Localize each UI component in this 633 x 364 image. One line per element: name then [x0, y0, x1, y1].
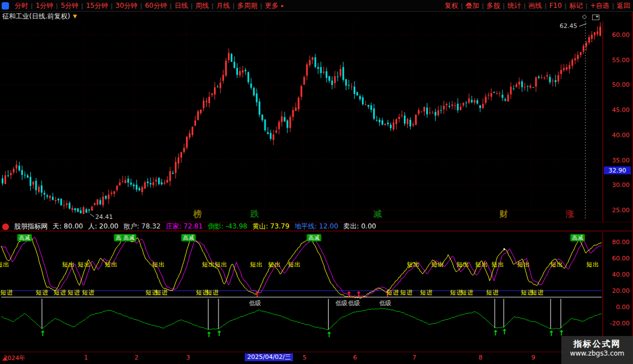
chart-titlebar[interactable]: 征和工业(日线.前复权) ▼	[2, 12, 77, 21]
svg-text:↑: ↑	[346, 290, 352, 298]
menu-item-right-4[interactable]: 画线	[525, 1, 544, 11]
menu-item-left-7[interactable]: 周线	[193, 1, 212, 11]
main-price-chart[interactable]: 60.0055.0050.0045.0040.0035.0030.0025.00…	[0, 21, 633, 222]
svg-text:短出: 短出	[152, 261, 165, 268]
menu-item-right-8[interactable]: 返回	[614, 1, 633, 11]
time-axis-label-8: 9	[532, 354, 536, 361]
svg-text:跌: 跌	[250, 209, 259, 219]
svg-text:25.00: 25.00	[612, 207, 630, 214]
svg-text:↑: ↑	[356, 290, 362, 298]
svg-text:↑: ↑	[40, 329, 46, 338]
menu-item-left-5[interactable]: 60分钟	[142, 1, 170, 11]
svg-text:高减: 高减	[309, 235, 320, 241]
svg-text:↑: ↑	[216, 329, 222, 338]
svg-text:↑: ↑	[548, 329, 555, 338]
svg-text:62.45: 62.45	[560, 22, 578, 30]
time-axis-label-4: 5	[302, 354, 306, 361]
menu-item-right-7[interactable]: +自选	[588, 1, 612, 11]
svg-text:高减: 高减	[572, 235, 583, 241]
axis-marker-icon	[2, 357, 8, 361]
svg-text:短出: 短出	[551, 261, 563, 268]
time-axis-label-7: 8	[478, 354, 482, 361]
svg-text:高减: 高减	[183, 235, 194, 241]
svg-text:短进: 短进	[461, 289, 473, 296]
time-axis-label-3: 3	[186, 354, 190, 361]
svg-text:短出: 短出	[518, 261, 530, 268]
menubar: 分时|1分钟|5分钟|15分钟|30分钟|60分钟|日线|周线|月线|多周期|更…	[0, 0, 633, 12]
svg-text:财: 财	[499, 209, 508, 219]
time-axis-label-6: 7	[412, 354, 416, 361]
svg-text:低吸: 低吸	[249, 300, 261, 307]
chevron-down-icon[interactable]: ▼	[73, 13, 77, 19]
candles-layer	[2, 22, 601, 214]
menu-item-left-2[interactable]: 5分钟	[58, 1, 81, 11]
indicator-header: 股朋指标网 天: 80.00人: 20.00散户: 78.32庄家: 72.81…	[0, 222, 633, 231]
svg-text:短进: 短进	[531, 289, 543, 296]
svg-text:↑: ↑	[326, 330, 332, 339]
svg-text:涨: 涨	[565, 209, 575, 219]
svg-text:短进: 短进	[68, 289, 80, 296]
menu-item-left-1[interactable]: 1分钟	[32, 1, 56, 11]
more-arrow-icon: ▸	[281, 3, 286, 8]
indicator-icon[interactable]	[2, 223, 9, 230]
menu-item-right-3[interactable]: 统计	[505, 1, 524, 11]
app-window: 分时|1分钟|5分钟|15分钟|30分钟|60分钟|日线|周线|月线|多周期|更…	[0, 0, 633, 364]
svg-text:短出: 短出	[105, 261, 117, 268]
svg-text:减: 减	[374, 209, 382, 219]
menu-item-left-6[interactable]: 日线	[171, 1, 190, 11]
watermark-title: 指标公式网	[561, 339, 633, 349]
svg-text:短出: 短出	[250, 261, 263, 268]
app-logo-icon[interactable]	[2, 2, 9, 10]
menu-item-left-8[interactable]: 月线	[213, 1, 232, 11]
menu-item-left-4[interactable]: 30分钟	[113, 1, 140, 11]
main-grid: 60.0055.0050.0045.0040.0035.0030.0025.00	[1, 21, 630, 218]
svg-text:短进: 短进	[486, 289, 499, 296]
indicator-chart[interactable]: 80.0060.0040.0020.000.00-20.00↑↑↑↑↑↑↑↑↑↑…	[0, 232, 633, 352]
svg-text:短出: 短出	[476, 261, 488, 268]
svg-text:40.00: 40.00	[612, 271, 630, 278]
menu-item-right-2[interactable]: 多股	[484, 1, 503, 11]
svg-text:0.00: 0.00	[616, 304, 630, 311]
svg-text:短出: 短出	[268, 261, 281, 268]
diamond-marker-icon: ◇	[582, 13, 587, 20]
svg-text:短出: 短出	[62, 261, 75, 268]
menu-right: 复权|叠加|多股|统计|画线|F10|标记|+自选|返回	[442, 1, 633, 11]
svg-text:50.00: 50.00	[612, 81, 630, 88]
menu-item-right-5[interactable]: F10	[547, 2, 565, 10]
svg-text:短进: 短进	[36, 289, 48, 296]
indicator-field-2: 散户: 78.32	[123, 222, 160, 231]
mini-window-icon[interactable]	[592, 15, 599, 20]
menu-item-left-3[interactable]: 15分钟	[83, 1, 110, 11]
menu-item-left-9[interactable]: 多周期	[235, 1, 260, 11]
svg-text:35.00: 35.00	[612, 157, 630, 164]
svg-text:↑: ↑	[492, 329, 499, 337]
svg-text:榜: 榜	[193, 209, 202, 219]
time-axis-label-5: 6	[353, 354, 357, 361]
menu-item-left-10[interactable]: 更多	[262, 1, 281, 11]
indicator-field-3: 庄家: 72.81	[166, 222, 203, 231]
svg-text:60.00: 60.00	[612, 255, 630, 262]
menu-item-left-0[interactable]: 分时	[12, 1, 31, 11]
svg-text:低吸: 低吸	[336, 300, 348, 307]
svg-text:短进: 短进	[387, 289, 399, 296]
svg-text:40.00: 40.00	[612, 132, 630, 139]
svg-text:32.90: 32.90	[608, 167, 626, 174]
watermark: 指标公式网 www.zbgs3.com	[561, 336, 633, 364]
svg-text:55.00: 55.00	[612, 57, 630, 64]
svg-text:短出: 短出	[288, 261, 300, 268]
svg-text:短进: 短进	[82, 289, 94, 296]
menu-left: 分时|1分钟|5分钟|15分钟|30分钟|60分钟|日线|周线|月线|多周期|更…	[0, 1, 286, 11]
svg-text:↑: ↑	[254, 290, 260, 298]
indicator-field-5: 黄山: 73.79	[252, 222, 289, 231]
menu-item-right-0[interactable]: 复权	[442, 1, 461, 11]
svg-text:↑: ↑	[501, 328, 508, 336]
menu-item-right-1[interactable]: 叠加	[463, 1, 482, 11]
svg-text:20.00: 20.00	[612, 287, 630, 295]
svg-text:高减: 高减	[19, 235, 30, 241]
svg-text:↑: ↑	[206, 330, 212, 339]
svg-text:60.00: 60.00	[612, 31, 630, 39]
menu-item-right-6[interactable]: 标记	[566, 1, 585, 11]
indicator-field-0: 天: 80.00	[53, 222, 83, 231]
svg-text:短出: 短出	[78, 261, 90, 268]
watermark-url: www.zbgs3.com	[561, 349, 633, 357]
